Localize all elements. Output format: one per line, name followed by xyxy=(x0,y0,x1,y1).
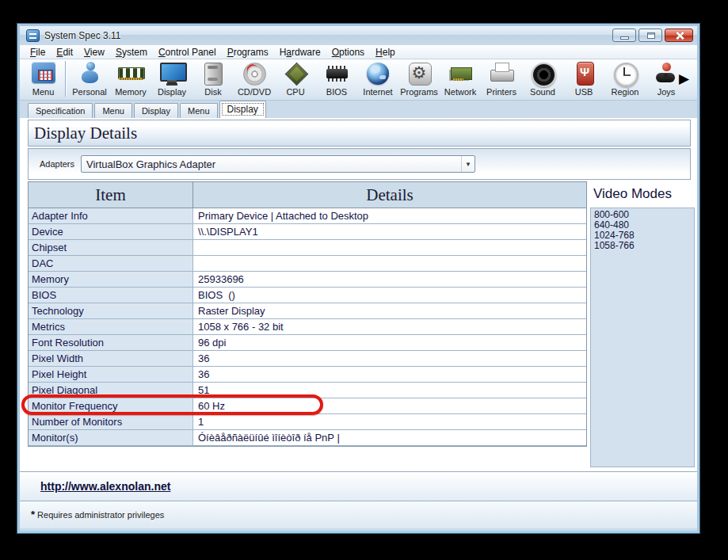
video-mode-item[interactable]: 1058-766 xyxy=(591,241,694,251)
footer-link-band: http://www.alexnolan.net xyxy=(20,471,697,501)
row-details-value: 36 xyxy=(193,367,586,383)
table-row[interactable]: Monitor Frequency 60 Hz xyxy=(29,398,586,414)
table-row[interactable]: DAC xyxy=(29,256,586,272)
adapters-select[interactable]: VirtualBox Graphics Adapter ▼ xyxy=(81,155,475,173)
row-item-label: Technology xyxy=(29,303,193,319)
website-link[interactable]: http://www.alexnolan.net xyxy=(40,480,170,493)
video-modes-list[interactable]: 800-600 640-480 1024-768 1058-766 xyxy=(590,208,695,467)
table-row[interactable]: Pixel Height 36 xyxy=(29,367,586,383)
table-row[interactable]: Pixel Diagonal 51 xyxy=(29,383,586,398)
toolbar-button-label: Memory xyxy=(115,87,147,97)
menu-item[interactable]: Help xyxy=(370,47,401,58)
maximize-icon xyxy=(647,32,655,39)
row-item-label: DAC xyxy=(29,256,193,272)
tab[interactable]: Specification xyxy=(28,103,93,118)
toolbar-button-label: Programs xyxy=(400,87,438,97)
status-text: Requires administrator privileges xyxy=(35,510,164,520)
minimize-icon xyxy=(620,36,629,40)
toolbar-button[interactable]: Personal xyxy=(69,61,110,97)
window-title: System Spec 3.11 xyxy=(44,30,121,41)
page-header-band: Display Details xyxy=(28,120,691,147)
toolbar-button[interactable]: Menu xyxy=(25,61,66,97)
chevron-down-icon[interactable]: ▼ xyxy=(461,156,475,172)
programs-icon xyxy=(406,61,433,86)
maximize-button[interactable] xyxy=(638,29,662,42)
row-details-value: 96 dpi xyxy=(193,335,586,351)
row-details-value: 25933696 xyxy=(193,272,586,288)
table-row[interactable]: BIOS BIOS () xyxy=(29,288,586,303)
minimize-button[interactable] xyxy=(612,29,636,42)
toolbar-overflow-arrow-icon[interactable]: ▶ xyxy=(679,70,689,87)
toolbar-button-label: Internet xyxy=(363,87,392,97)
row-item-label: Font Resolution xyxy=(29,335,193,351)
menu-item[interactable]: Options xyxy=(326,47,370,58)
toolbar-button[interactable]: Programs xyxy=(398,61,440,97)
menu-item[interactable]: File xyxy=(25,47,51,58)
toolbar-button[interactable]: CPU xyxy=(275,61,316,97)
toolbar-button-label: Display xyxy=(158,87,186,97)
tab[interactable]: Menu xyxy=(94,103,132,118)
tab-bar: Specification Menu Display Menu Display xyxy=(20,101,697,118)
table-row[interactable]: Pixel Width 36 xyxy=(29,351,586,367)
toolbar-button-label: Sound xyxy=(530,87,555,97)
tab[interactable]: Menu xyxy=(180,103,218,118)
title-bar[interactable]: System Spec 3.11 xyxy=(20,26,697,45)
toolbar-button[interactable]: Disk xyxy=(192,61,234,97)
row-details-value xyxy=(193,240,586,256)
joystick-icon xyxy=(653,61,680,86)
toolbar-button-label: USB xyxy=(575,87,593,97)
table-body: Adapter Info Primary Device | Attached t… xyxy=(29,208,586,446)
network-icon xyxy=(447,61,474,86)
toolbar-button[interactable]: BIOS xyxy=(316,61,357,97)
tab[interactable]: Display xyxy=(134,103,178,118)
column-header-item[interactable]: Item xyxy=(29,182,193,208)
toolbar-button[interactable]: Internet xyxy=(357,61,398,97)
table-row[interactable]: Memory 25933696 xyxy=(29,272,586,288)
table-row[interactable]: Device \\.\DISPLAY1 xyxy=(29,224,586,240)
video-modes-title: Video Modes xyxy=(593,186,696,202)
usb-icon xyxy=(570,61,597,86)
row-details-value: 1 xyxy=(193,414,586,430)
menu-item[interactable]: Edit xyxy=(51,47,78,58)
toolbar-button[interactable]: Memory xyxy=(110,61,151,97)
menu-item[interactable]: System xyxy=(110,47,153,58)
cpu-icon xyxy=(282,61,309,86)
menu-item[interactable]: Hardware xyxy=(274,47,326,58)
row-details-value: 1058 x 766 - 32 bit xyxy=(193,319,586,335)
table-row[interactable]: Number of Monitors 1 xyxy=(29,414,586,430)
toolbar-button[interactable]: USB xyxy=(563,61,604,97)
menu-item[interactable]: Programs xyxy=(222,47,274,58)
toolbar-button[interactable]: Printers xyxy=(481,61,522,97)
table-row[interactable]: Font Resolution 96 dpi xyxy=(29,335,586,351)
page-title: Display Details xyxy=(29,120,690,147)
toolbar-button[interactable]: Region xyxy=(604,61,646,97)
table-row[interactable]: Chipset xyxy=(29,240,586,256)
row-item-label: Number of Monitors xyxy=(29,414,193,430)
toolbar-button[interactable]: Network xyxy=(440,61,481,97)
printers-icon xyxy=(488,61,515,86)
row-details-value: \\.\DISPLAY1 xyxy=(193,224,586,240)
row-details-value: Raster Display xyxy=(193,303,586,319)
row-details-value: 51 xyxy=(193,383,586,398)
row-details-value: Primary Device | Attached to Desktop xyxy=(193,208,586,224)
close-icon xyxy=(676,32,684,40)
table-row[interactable]: Monitor(s) Óíèâåðñàëüíûé ìîíèòîð íå PnP … xyxy=(29,430,586,446)
adapters-label: Adapters xyxy=(40,159,74,169)
menu-item[interactable]: Control Panel xyxy=(153,47,222,58)
row-item-label: Metrics xyxy=(29,319,193,335)
toolbar-button[interactable]: Display xyxy=(151,61,192,97)
menu-bar: File Edit View System Control Panel Prog… xyxy=(20,45,697,59)
row-details-value: Óíèâåðñàëüíûé ìîíèòîð íå PnP | xyxy=(193,430,586,446)
menu-item[interactable]: View xyxy=(78,47,110,58)
table-row[interactable]: Metrics 1058 x 766 - 32 bit xyxy=(29,319,586,335)
tab[interactable]: Display xyxy=(219,101,266,118)
row-item-label: Device xyxy=(29,224,193,240)
toolbar-button-label: Disk xyxy=(204,87,221,97)
table-row[interactable]: Technology Raster Display xyxy=(29,303,586,319)
row-item-label: Memory xyxy=(29,272,193,288)
table-row[interactable]: Adapter Info Primary Device | Attached t… xyxy=(29,208,586,224)
column-header-details[interactable]: Details xyxy=(193,182,586,208)
toolbar-button[interactable]: Sound xyxy=(522,61,563,97)
close-button[interactable] xyxy=(665,29,693,42)
toolbar-button[interactable]: CD/DVD xyxy=(234,61,275,97)
